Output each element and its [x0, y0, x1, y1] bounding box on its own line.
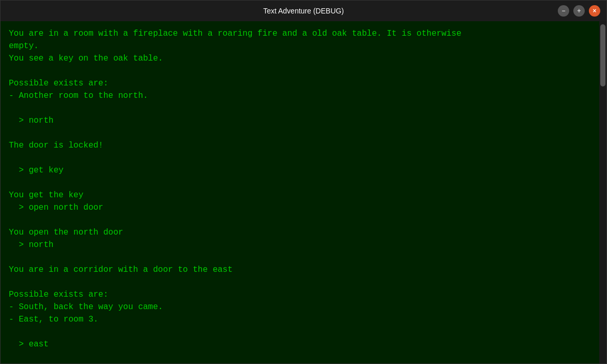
window-controls: − + × [558, 5, 600, 17]
maximize-button[interactable]: + [573, 5, 585, 17]
terminal-output-line: You are in a room with a fireplace with … [9, 27, 591, 40]
terminal-output-line: Possible exists are: [9, 77, 591, 90]
terminal-empty-line [9, 276, 591, 288]
terminal-empty-line [9, 351, 591, 363]
terminal-empty-line [9, 326, 591, 338]
close-button[interactable]: × [589, 5, 600, 17]
terminal-output-line: - South, back the way you came. [9, 301, 591, 313]
terminal-empty-line [9, 177, 591, 189]
terminal-output-line: - Another room to the north. [9, 90, 591, 102]
terminal-output-line: empty. [9, 40, 591, 52]
terminal-empty-line [9, 251, 591, 264]
terminal-output-line: This stone bricked room is empty. [9, 363, 591, 363]
terminal-command-line: > open north door [9, 201, 591, 214]
terminal-output-line: You are in a corridor with a door to the… [9, 264, 591, 276]
terminal-empty-line [9, 127, 591, 139]
minimize-button[interactable]: − [558, 5, 569, 17]
terminal-empty-line [9, 65, 591, 77]
terminal-output-line: You open the north door [9, 226, 591, 239]
scrollbar-thumb[interactable] [600, 24, 605, 86]
titlebar: Text Adventure (DEBUG) − + × [1, 1, 606, 21]
terminal-empty-line [9, 102, 591, 114]
terminal-output-line: You see a key on the oak table. [9, 52, 591, 65]
terminal-output-line: You get the key [9, 189, 591, 201]
terminal-command-line: > east [9, 338, 591, 351]
scrollbar[interactable] [599, 21, 606, 363]
terminal-output-line: - East, to room 3. [9, 313, 591, 326]
terminal-output[interactable]: You are in a room with a fireplace with … [1, 21, 599, 363]
terminal-command-line: > north [9, 114, 591, 127]
terminal-output-line: Possible exists are: [9, 288, 591, 301]
window-title: Text Adventure (DEBUG) [263, 7, 344, 15]
terminal-command-line: > get key [9, 164, 591, 177]
terminal-empty-line [9, 214, 591, 226]
main-window: Text Adventure (DEBUG) − + × You are in … [0, 0, 607, 364]
terminal-output-line: The door is locked! [9, 139, 591, 152]
terminal-empty-line [9, 152, 591, 164]
terminal-command-line: > north [9, 239, 591, 251]
content-area: You are in a room with a fireplace with … [1, 21, 606, 363]
